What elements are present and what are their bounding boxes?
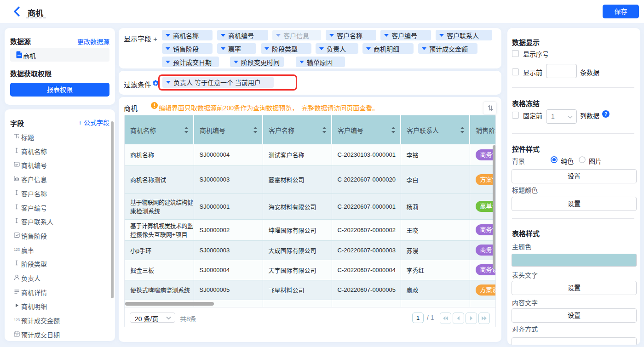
svg-text:123: 123 xyxy=(14,247,20,251)
svg-text:7: 7 xyxy=(16,333,18,336)
svg-text:123: 123 xyxy=(14,318,20,322)
